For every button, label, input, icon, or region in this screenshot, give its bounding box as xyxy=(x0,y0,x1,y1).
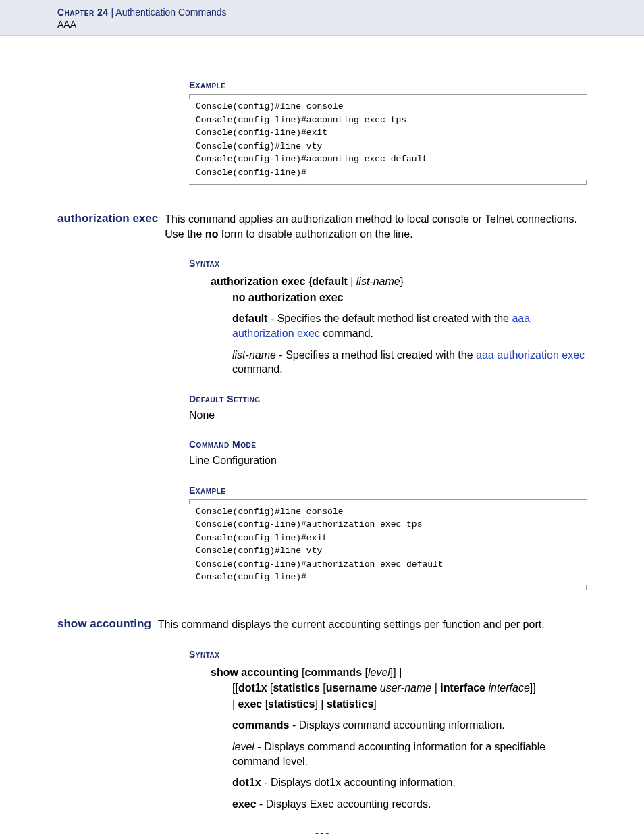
command-name-auth-exec: authorization exec xyxy=(57,212,165,226)
param-list-rest: - Specifies a method list created with t… xyxy=(276,349,476,361)
code-block-2: Console(config)#line console Console(con… xyxy=(189,499,587,590)
s-exec: exec xyxy=(238,698,263,710)
syntax-block-2: show accounting [commands [level]] | [[d… xyxy=(211,665,587,712)
s-stats2: statistics xyxy=(268,698,315,710)
syntax-lb: { xyxy=(305,276,312,287)
s-commands: commands xyxy=(305,667,362,678)
command-mode-value: Line Configuration xyxy=(189,453,587,468)
default-setting-value: None xyxy=(189,408,587,423)
s-level: level xyxy=(368,667,390,678)
s-statistics: statistics xyxy=(273,682,319,694)
s-dot1x: dot1x xyxy=(238,682,267,694)
s-rb2: ]] | xyxy=(390,667,402,678)
param-list-cmd: command. xyxy=(232,363,283,375)
desc-bold: no xyxy=(205,228,219,240)
command-desc-auth-exec: This command applies an authorization me… xyxy=(165,212,587,241)
p-commands-r: - Displays command accounting informatio… xyxy=(289,719,504,731)
s-username: username xyxy=(326,682,377,694)
s-pipe: | xyxy=(431,682,440,694)
p-level-r: - Displays command accounting informatio… xyxy=(232,741,545,767)
chapter-title: Authentication Commands xyxy=(115,7,226,18)
code-block-1: Console(config)#line console Console(con… xyxy=(189,94,587,185)
param-default-bold: default xyxy=(232,313,267,324)
param-listname: list-name - Specifies a method list crea… xyxy=(232,348,587,377)
p-dot1x-r: - Displays dot1x accounting information. xyxy=(261,777,456,788)
s-lb2: [ xyxy=(362,667,368,678)
page-number: – 602 – xyxy=(57,831,587,834)
s-rb6: ] xyxy=(373,698,376,710)
param-default: default - Specifies the default method l… xyxy=(232,311,587,340)
chapter-label: Chapter 24 xyxy=(57,7,109,18)
example-heading-2: Example xyxy=(189,485,587,496)
s-namei: name xyxy=(404,682,431,694)
header-separator: | xyxy=(109,7,116,18)
command-show-accounting: show accounting This command displays th… xyxy=(57,617,587,632)
param-exec: exec - Displays Exec accounting records. xyxy=(232,797,587,812)
param-level: level - Displays command accounting info… xyxy=(232,739,587,768)
param-list-link[interactable]: aaa authorization exec xyxy=(476,349,585,361)
header-sub: AAA xyxy=(57,19,644,30)
s-lb4: [ xyxy=(320,682,326,694)
p-exec-b: exec xyxy=(232,798,257,810)
syntax-listname: list-name xyxy=(356,276,400,287)
param-commands: commands - Displays command accounting i… xyxy=(232,718,587,733)
param-default-rest: - Specifies the default method list crea… xyxy=(267,313,512,324)
example-heading-1: Example xyxy=(189,80,587,90)
syntax-pipe: | xyxy=(348,276,356,287)
p-level-i: level xyxy=(232,741,254,752)
desc-post: form to disable authorization on the lin… xyxy=(218,228,412,240)
syntax-line-1: authorization exec {default | list-name}… xyxy=(211,274,587,305)
param-list-italic: list-name xyxy=(232,349,276,361)
p-commands-b: commands xyxy=(232,719,289,731)
param-dot1x: dot1x - Displays dot1x accounting inform… xyxy=(232,775,587,790)
syntax-no: no authorization exec xyxy=(232,292,343,303)
page-header: Chapter 24 | Authentication Commands AAA xyxy=(0,0,644,36)
command-desc-show-accounting: This command displays the current accoun… xyxy=(158,617,545,632)
s-show: show accounting xyxy=(211,667,299,678)
s-line3-pipe: | xyxy=(232,698,238,710)
s-intfi: interface xyxy=(488,682,529,694)
default-setting-heading: Default Setting xyxy=(189,394,587,405)
s-usern: user xyxy=(380,682,401,694)
syntax-heading-1: Syntax xyxy=(189,258,587,269)
syntax-default: default xyxy=(312,276,347,287)
param-default-cmd: command. xyxy=(320,328,373,339)
s-rb3: ]] xyxy=(530,682,536,694)
s-stats3: statistics xyxy=(327,698,373,710)
s-lb5: [ xyxy=(262,698,268,710)
s-lb: [ xyxy=(299,667,305,678)
command-name-show-accounting: show accounting xyxy=(57,617,158,631)
command-mode-heading: Command Mode xyxy=(189,439,587,450)
syntax-rb: } xyxy=(400,276,404,287)
s-line2-lb: [[ xyxy=(232,682,238,694)
s-interface: interface xyxy=(440,682,485,694)
p-dot1x-b: dot1x xyxy=(232,777,261,788)
syntax-heading-2: Syntax xyxy=(189,649,587,660)
s-rb5: ] | xyxy=(315,698,327,710)
syntax-cmd: authorization exec xyxy=(211,276,305,287)
p-exec-r: - Displays Exec accounting records. xyxy=(257,798,431,810)
command-authorization-exec: authorization exec This command applies … xyxy=(57,212,587,241)
